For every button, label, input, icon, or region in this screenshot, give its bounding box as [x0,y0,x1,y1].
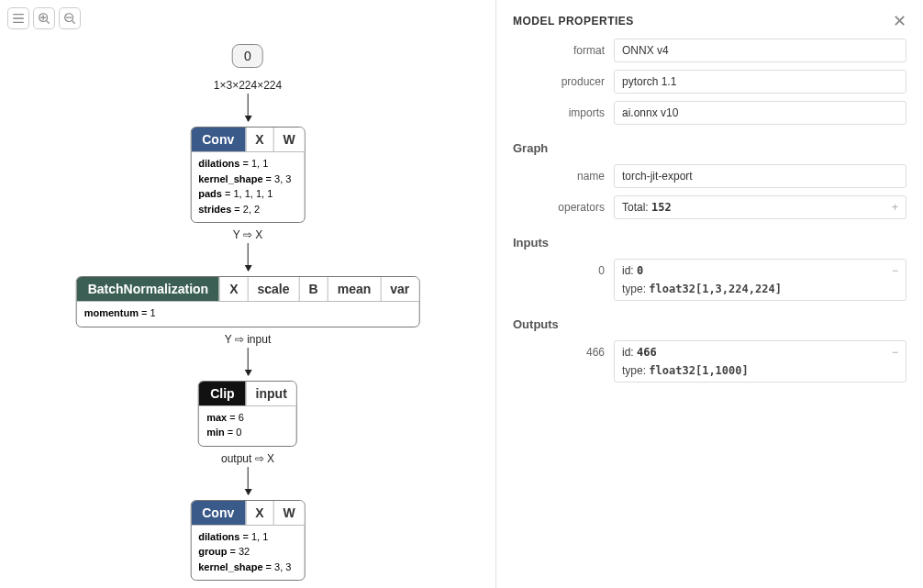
edge-label: output ⇨ X [221,452,274,465]
edge-arrow [248,348,249,375]
prop-label-format: format [513,39,605,57]
prop-value-graph-name: torch-jit-export [614,164,906,188]
edge-label: 1×3×224×224 [214,79,282,92]
minus-icon[interactable]: − [892,264,898,277]
graph-node-clip[interactable]: Clipinputmax = 6min = 0 [198,381,297,447]
port[interactable]: scale [248,277,299,301]
port[interactable]: W [273,501,305,525]
port[interactable]: B [299,277,328,301]
section-inputs: Inputs [513,236,906,250]
port[interactable]: X [245,128,272,151]
graph-node-conv[interactable]: ConvXWdilations = 1, 1group = 32kernel_s… [190,500,306,582]
section-graph: Graph [513,141,906,155]
node-attrs: dilations = 1, 1kernel_shape = 3, 3pads … [191,151,305,222]
op-name: Conv [191,128,245,151]
section-outputs: Outputs [513,317,906,331]
port[interactable]: var [380,277,418,301]
port[interactable]: X [245,501,272,525]
io-slot-label: 0 [513,259,605,277]
graph-node-conv[interactable]: ConvXWdilations = 1, 1kernel_shape = 3, … [190,127,306,223]
port[interactable]: W [273,128,305,151]
op-name: Conv [191,501,245,525]
op-name: Clip [199,382,245,405]
node-attrs: dilations = 1, 1group = 32kernel_shape =… [191,525,305,581]
port[interactable]: X [219,277,247,301]
prop-label-operators: operators [513,195,605,214]
prop-value-operators[interactable]: Total: 152+ [614,195,906,219]
edge-label: Y ⇨ X [233,228,262,241]
properties-panel: MODEL PROPERTIES ✕ format ONNX v4 produc… [495,0,923,588]
graph-canvas[interactable]: 01×3×224×224ConvXWdilations = 1, 1kernel… [0,0,495,588]
minus-icon[interactable]: − [892,346,898,359]
plus-icon[interactable]: + [892,201,898,214]
prop-label-producer: producer [513,70,605,88]
edge-arrow [248,94,249,121]
prop-label-graph-name: name [513,164,605,183]
close-icon[interactable]: ✕ [893,13,906,29]
io-slot-label: 466 [513,340,605,359]
port[interactable]: input [246,382,296,405]
io-value[interactable]: id: 0−type: float32[1,3,224,224] [614,259,906,301]
prop-label-imports: imports [513,101,605,119]
prop-value-format: ONNX v4 [614,39,906,62]
prop-value-imports: ai.onnx v10 [614,101,906,125]
node-attrs: max = 6min = 0 [199,405,296,446]
viewport: { "toolbar": { "menu_tooltip": "Menu", "… [0,0,923,588]
edge-arrow [248,243,249,271]
port[interactable]: mean [328,277,381,301]
op-name: BatchNormalization [77,277,219,301]
graph-node-batchnormalization[interactable]: BatchNormalizationXscaleBmeanvarmomentum… [76,276,420,327]
io-value[interactable]: id: 466−type: float32[1,1000] [614,340,906,383]
graph-input[interactable]: 0 [232,44,263,68]
edge-arrow [248,467,249,494]
node-attrs: momentum = 1 [77,301,419,327]
prop-value-producer: pytorch 1.1 [614,70,906,94]
edge-label: Y ⇨ input [225,333,271,346]
panel-title: MODEL PROPERTIES [513,15,634,28]
